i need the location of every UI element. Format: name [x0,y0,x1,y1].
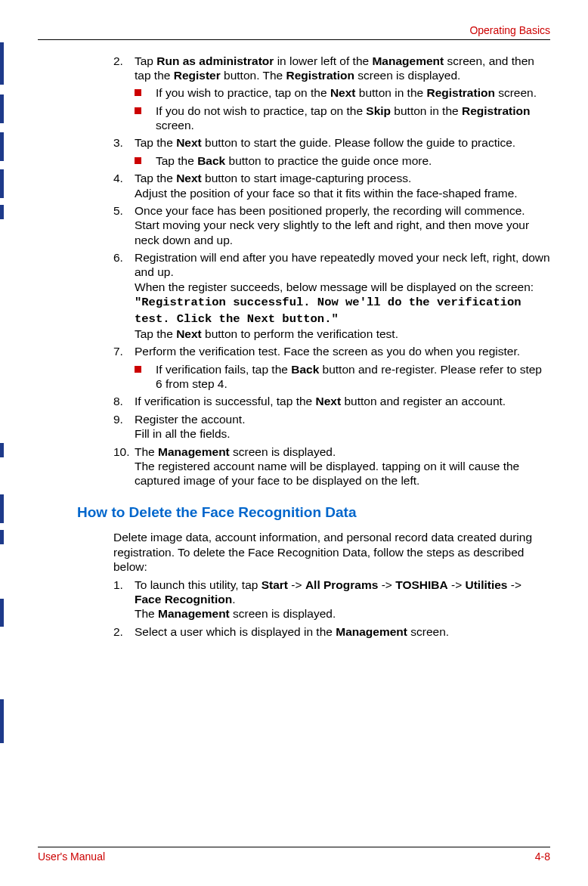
change-bar [0,530,4,544]
intro-paragraph: Delete image data, account information, … [113,530,550,574]
step-2: 2. Tap Run as administrator in lower lef… [113,54,550,83]
footer-left: User's Manual [38,850,105,864]
step-number: 10. [113,445,130,459]
step-text: Tap the Next button to start the guide. … [135,136,515,149]
step-number: 4. [113,171,123,185]
step-number: 5. [113,203,123,218]
content-body: 2. Tap Run as administrator in lower lef… [38,54,550,640]
change-bar [0,132,4,161]
step-number: 2. [113,624,123,639]
change-bar [0,205,4,219]
sub-text: Tap the Back button to practice the guid… [156,154,432,167]
step-6: 6. Registration will end after you have … [113,250,550,341]
step-5: 5. Once your face has been positioned pr… [113,203,550,247]
step-4: 4. Tap the Next button to start image-ca… [113,171,550,200]
step-10: 10. The Management screen is displayed. … [113,445,550,488]
header-section-title: Operating Basics [469,24,550,36]
step-quote: "Registration successful. Now we'll do t… [135,296,521,325]
step-text: Select a user which is displayed in the … [135,625,449,638]
change-bar [0,494,4,523]
step-text-line2: Fill in all the fields. [135,427,231,440]
step-text-line1: Once your face has been positioned prope… [135,204,525,217]
step-2-sub-2: If you do not wish to practice, tap on t… [135,104,550,133]
delete-step-2: 2. Select a user which is displayed in t… [113,624,550,639]
step-number: 9. [113,412,123,426]
sub-text: If you wish to practice, tap on the Next… [156,86,537,99]
bullet-icon [135,107,141,114]
change-bar [0,42,4,85]
step-8: 8. If verification is successful, tap th… [113,394,550,408]
step-number: 1. [113,578,123,592]
step-number: 8. [113,394,123,408]
step-text-line1: The Management screen is displayed. [135,445,336,458]
step-text-line1: Registration will end after you have rep… [135,251,550,278]
sub-text: If you do not wish to practice, tap on t… [156,104,530,132]
step-9: 9. Register the account. Fill in all the… [113,412,550,441]
step-text-line2: The Management screen is displayed. [135,607,336,620]
step-number: 6. [113,250,123,265]
step-text: If verification is successful, tap the N… [135,395,506,407]
delete-step-1: 1. To launch this utility, tap Start -> … [113,578,550,621]
bullet-icon [135,366,141,373]
sub-text: If verification fails, tap the Back butt… [156,363,542,390]
bullet-icon [135,89,141,96]
step-text-line2: Start moving your neck very slightly to … [135,218,529,246]
step-text-line1: Register the account. [135,413,245,426]
step-text: Tap Run as administrator in lower left o… [135,54,534,82]
step-7: 7. Perform the verification test. Face t… [113,344,550,358]
step-text-line1: To launch this utility, tap Start -> All… [135,578,521,606]
step-text-line2: Adjust the position of your face so that… [135,187,518,200]
step-number: 3. [113,135,123,150]
step-text: Perform the verification test. Face the … [135,345,520,358]
change-bar [0,443,4,457]
step-text-line3: Tap the Next button to perform the verif… [135,327,398,340]
page-header: Operating Basics [38,23,550,40]
change-bar [0,599,4,627]
change-bar [0,169,4,198]
step-text-line2: The registered account name will be disp… [135,460,519,487]
step-3: 3. Tap the Next button to start the guid… [113,135,550,150]
step-text-line2: When the register succeeds, below messag… [135,280,534,293]
bullet-icon [135,157,141,164]
step-number: 2. [113,54,123,68]
footer-right: 4-8 [535,850,550,864]
page-footer: User's Manual 4-8 [38,847,550,864]
step-text-line1: Tap the Next button to start image-captu… [135,172,411,184]
change-bar [0,94,4,123]
section-heading-delete: How to Delete the Face Recognition Data [77,503,550,522]
step-number: 7. [113,344,123,358]
step-7-sub-1: If verification fails, tap the Back butt… [135,362,550,392]
change-bar [0,699,4,743]
step-3-sub-1: Tap the Back button to practice the guid… [135,153,550,168]
step-2-sub-1: If you wish to practice, tap on the Next… [135,85,550,100]
